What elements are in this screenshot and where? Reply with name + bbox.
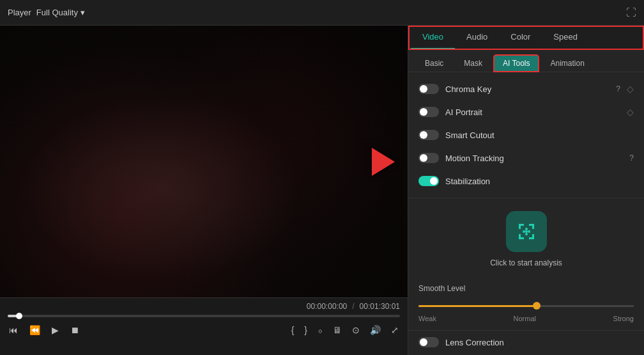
mark-out-button[interactable]: } bbox=[303, 324, 309, 336]
svg-point-11 bbox=[525, 233, 528, 235]
label-lens-correction: Lens Correction bbox=[445, 338, 634, 347]
toggle-thumb-ai-portrait bbox=[420, 108, 427, 116]
action-ai-portrait: ◇ bbox=[627, 107, 634, 117]
player-label: Player bbox=[8, 8, 31, 17]
tool-row-motion-tracking[interactable]: Motion Tracking ? bbox=[408, 146, 644, 170]
screenshot-button[interactable]: ⊙ bbox=[351, 324, 361, 336]
smooth-slider[interactable] bbox=[418, 299, 634, 312]
toggle-motion-tracking[interactable] bbox=[418, 153, 439, 163]
subtab-ai-tools[interactable]: AI Tools bbox=[494, 55, 539, 72]
smooth-fill bbox=[418, 305, 537, 307]
svg-rect-3 bbox=[532, 224, 534, 229]
subtab-basic[interactable]: Basic bbox=[416, 55, 452, 72]
smooth-label-strong: Strong bbox=[613, 315, 634, 322]
subtab-mask[interactable]: Mask bbox=[455, 55, 491, 72]
smooth-label-weak: Weak bbox=[418, 315, 436, 322]
svg-rect-5 bbox=[519, 234, 521, 239]
label-smart-cutout: Smart Cutout bbox=[445, 130, 634, 140]
arrow-right-icon bbox=[372, 148, 395, 176]
svg-rect-7 bbox=[532, 234, 534, 239]
quality-chevron: ▾ bbox=[80, 8, 85, 17]
quality-label: Full Quality bbox=[36, 8, 78, 17]
label-motion-tracking: Motion Tracking bbox=[445, 154, 620, 163]
analysis-label: Click to start analysis bbox=[490, 258, 562, 267]
audio-button[interactable]: 🔊 bbox=[369, 324, 382, 336]
video-panel: 00:00:00:00 / 00:01:30:01 ⏮ ⏪ ▶ ⏹ { } ⬦ … bbox=[0, 26, 408, 355]
svg-point-8 bbox=[523, 230, 525, 233]
analysis-button[interactable] bbox=[506, 211, 547, 252]
progress-thumb bbox=[16, 313, 22, 319]
monitor-button[interactable]: 🖥 bbox=[332, 324, 343, 336]
label-chroma-key: Chroma Key bbox=[445, 84, 607, 94]
analysis-icon bbox=[515, 220, 538, 243]
smooth-track bbox=[418, 305, 634, 307]
play-back-button[interactable]: ⏪ bbox=[28, 324, 42, 336]
toggle-thumb-lens-correction bbox=[420, 338, 427, 346]
ctrl-right: { } ⬦ 🖥 ⊙ 🔊 ⤢ bbox=[290, 324, 400, 336]
subtab-animation[interactable]: Animation bbox=[541, 55, 593, 72]
help-chroma-key[interactable]: ? bbox=[616, 84, 620, 93]
step-back-button[interactable]: ⏮ bbox=[8, 324, 19, 336]
smooth-label-normal: Normal bbox=[514, 315, 536, 322]
right-panel: Video Audio Color Speed Basic Mask AI To… bbox=[408, 26, 644, 355]
arrow-overlay bbox=[372, 148, 395, 176]
time-display: 00:00:00:00 / 00:01:30:01 bbox=[8, 302, 400, 311]
sub-tabs: Basic Mask AI Tools Animation bbox=[408, 50, 644, 72]
tool-row-ai-portrait[interactable]: AI Portrait ◇ bbox=[408, 100, 644, 123]
tab-video[interactable]: Video bbox=[411, 26, 455, 49]
toggle-thumb-motion-tracking bbox=[420, 154, 427, 162]
timeline-area: 00:00:00:00 / 00:01:30:01 ⏮ ⏪ ▶ ⏹ { } ⬦ … bbox=[0, 297, 408, 355]
playback-controls: ⏮ ⏪ ▶ ⏹ { } ⬦ 🖥 ⊙ 🔊 ⤢ bbox=[8, 324, 400, 336]
fullscreen-button[interactable]: ⤢ bbox=[390, 324, 400, 336]
toggle-chroma-key[interactable] bbox=[418, 84, 439, 94]
tool-row-smart-cutout[interactable]: Smart Cutout bbox=[408, 123, 644, 146]
top-bar-left: Player Full Quality ▾ bbox=[8, 8, 626, 17]
label-stabilization: Stabilization bbox=[445, 177, 634, 186]
tool-row-stabilization[interactable]: Stabilization bbox=[408, 170, 644, 193]
toggle-lens-correction[interactable] bbox=[418, 337, 439, 347]
action-chroma-key: ◇ bbox=[627, 84, 634, 94]
mark-in-button[interactable]: { bbox=[290, 324, 296, 336]
toggle-ai-portrait[interactable] bbox=[418, 107, 439, 117]
toggle-thumb-chroma-key bbox=[420, 85, 427, 93]
smooth-labels: Weak Normal Strong bbox=[418, 315, 634, 322]
tab-speed[interactable]: Speed bbox=[542, 26, 589, 49]
svg-rect-1 bbox=[519, 224, 521, 229]
insert-button[interactable]: ⬦ bbox=[316, 324, 324, 336]
help-motion-tracking[interactable]: ? bbox=[629, 154, 634, 162]
current-time: 00:00:00:00 bbox=[307, 302, 347, 311]
video-preview bbox=[0, 26, 408, 297]
quality-select[interactable]: Full Quality ▾ bbox=[36, 8, 85, 17]
svg-point-12 bbox=[525, 230, 528, 233]
svg-point-9 bbox=[525, 228, 528, 230]
top-bar: Player Full Quality ▾ ⛶ bbox=[0, 0, 644, 26]
main-layout: 00:00:00:00 / 00:01:30:01 ⏮ ⏪ ▶ ⏹ { } ⬦ … bbox=[0, 26, 644, 355]
tool-row-lens-correction[interactable]: Lens Correction bbox=[408, 330, 644, 354]
svg-point-10 bbox=[528, 230, 530, 233]
ai-tools-list: Chroma Key ? ◇ AI Portrait ◇ Smart Cutou… bbox=[408, 72, 644, 198]
label-ai-portrait: AI Portrait bbox=[445, 107, 620, 117]
smooth-title: Smooth Level bbox=[418, 284, 634, 293]
tab-color[interactable]: Color bbox=[499, 26, 542, 49]
toggle-smart-cutout[interactable] bbox=[418, 130, 439, 140]
stop-button[interactable]: ⏹ bbox=[69, 324, 80, 336]
fullscreen-icon[interactable]: ⛶ bbox=[626, 7, 636, 19]
top-tabs: Video Audio Color Speed bbox=[408, 26, 644, 50]
play-forward-button[interactable]: ▶ bbox=[50, 324, 60, 336]
tab-audio[interactable]: Audio bbox=[455, 26, 499, 49]
total-time: 00:01:30:01 bbox=[360, 302, 400, 311]
time-separator: / bbox=[352, 302, 354, 311]
toggle-thumb-stabilization bbox=[430, 177, 438, 185]
toggle-stabilization[interactable] bbox=[418, 176, 439, 186]
toggle-thumb-smart-cutout bbox=[420, 131, 427, 139]
tool-row-chroma-key[interactable]: Chroma Key ? ◇ bbox=[408, 77, 644, 100]
analysis-area: Click to start analysis bbox=[408, 198, 644, 280]
smooth-thumb bbox=[533, 302, 540, 310]
smooth-section: Smooth Level Weak Normal Strong bbox=[408, 280, 644, 330]
progress-bar[interactable] bbox=[8, 315, 400, 317]
